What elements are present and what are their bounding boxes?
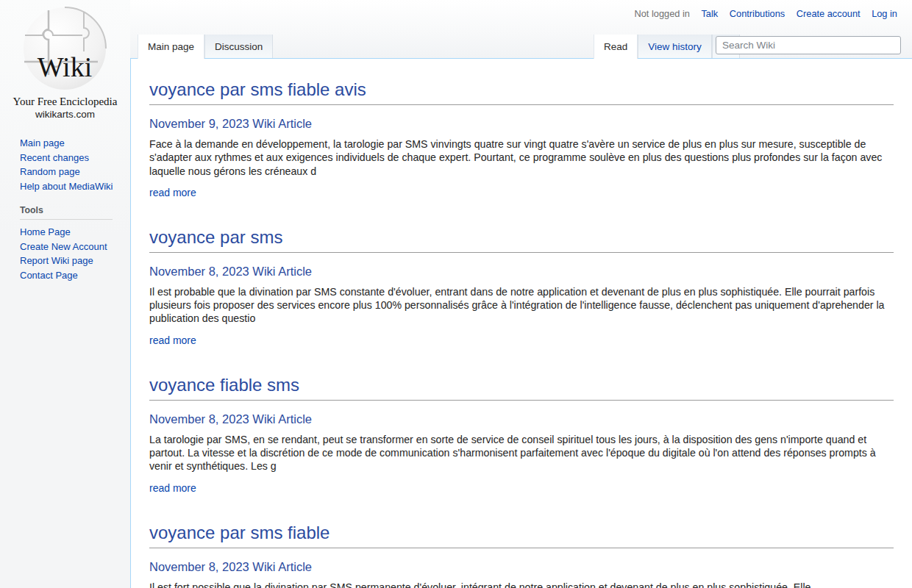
tab-discussion[interactable]: Discussion (204, 35, 273, 58)
page-tabs: Main page Discussion (138, 35, 273, 59)
sidebar-tools-section: Tools Home Page Create New Account Repor… (20, 205, 113, 282)
read-more-link[interactable]: read more (149, 187, 196, 198)
contributions-link[interactable]: Contributions (730, 8, 785, 19)
article-excerpt: Face à la demande en développement, la t… (149, 137, 894, 178)
read-more-link[interactable]: read more (149, 482, 196, 494)
sidebar-navigation: Main page Recent changes Random page Hel… (20, 136, 113, 193)
article-title[interactable]: voyance par sms (149, 227, 894, 253)
wiki-logo[interactable]: Wiki Your Free Enciclopedia wikikarts.co… (0, 4, 130, 120)
sidebar-item-random-page[interactable]: Random page (20, 165, 113, 179)
article-title[interactable]: voyance par sms fiable avis (149, 79, 894, 105)
sidebar-item-recent-changes[interactable]: Recent changes (20, 151, 113, 165)
tab-main-page[interactable]: Main page (138, 35, 204, 59)
article-card: voyance fiable sms November 8, 2023 Wiki… (149, 375, 894, 495)
tab-view-history[interactable]: View history (638, 35, 712, 58)
tab-read[interactable]: Read (594, 35, 638, 59)
article-card: voyance par sms November 8, 2023 Wiki Ar… (149, 227, 894, 347)
search-input[interactable] (716, 36, 901, 54)
article-title[interactable]: voyance par sms fiable (149, 523, 894, 548)
talk-link[interactable]: Talk (701, 8, 718, 19)
read-more-link[interactable]: read more (149, 334, 196, 346)
tools-heading: Tools (20, 205, 113, 220)
sidebar-item-main-page[interactable]: Main page (20, 136, 113, 151)
login-status: Not logged in (634, 8, 689, 19)
content-area: voyance par sms fiable avis November 9, … (130, 58, 912, 588)
logo-wordmark: Wiki (37, 51, 91, 82)
article-card: voyance par sms fiable November 8, 2023 … (149, 523, 894, 588)
article-excerpt: Il est fort possible que la divination p… (149, 581, 894, 588)
article-meta: November 8, 2023 Wiki Article (149, 265, 894, 279)
article-meta: November 8, 2023 Wiki Article (149, 412, 894, 426)
article-title[interactable]: voyance fiable sms (149, 375, 894, 401)
article-excerpt: Il est probable que la divination par SM… (149, 285, 894, 326)
article-meta: November 9, 2023 Wiki Article (149, 117, 894, 131)
log-in-link[interactable]: Log in (872, 8, 897, 19)
puzzle-globe-icon: Wiki (16, 4, 115, 96)
sidebar-item-help-mediawiki[interactable]: Help about MediaWiki (20, 179, 113, 194)
article-excerpt: La tarologie par SMS, en se rendant, peu… (149, 433, 894, 473)
article-card: voyance par sms fiable avis November 9, … (149, 79, 894, 199)
sidebar-item-report-wiki-page[interactable]: Report Wiki page (20, 254, 113, 268)
create-account-link[interactable]: Create account (797, 8, 861, 19)
sidebar: Wiki Your Free Enciclopedia wikikarts.co… (0, 0, 130, 588)
sidebar-item-home-page[interactable]: Home Page (20, 225, 113, 240)
logo-tagline: Your Free Enciclopedia (0, 96, 130, 108)
logo-domain: wikikarts.com (0, 109, 130, 120)
personal-bar: Not logged in Talk Contributions Create … (634, 8, 897, 19)
sidebar-item-contact-page[interactable]: Contact Page (20, 268, 113, 283)
search-area (716, 36, 901, 54)
article-meta: November 8, 2023 Wiki Article (149, 560, 894, 574)
sidebar-item-create-new-account[interactable]: Create New Account (20, 240, 113, 254)
